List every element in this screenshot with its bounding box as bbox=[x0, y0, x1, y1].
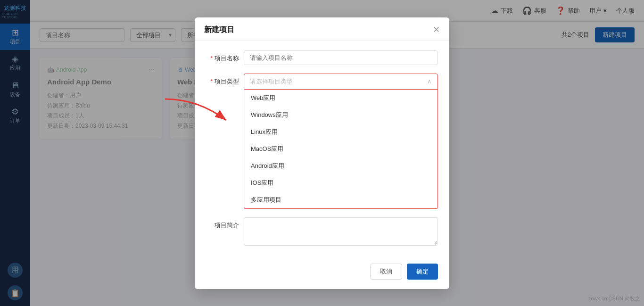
form-control-desc bbox=[244, 217, 438, 248]
type-option-android[interactable]: Android应用 bbox=[244, 157, 438, 174]
watermark: znwx.cn CSDN @牧之 bbox=[588, 295, 640, 302]
type-label-text: 项目类型 bbox=[215, 78, 239, 85]
type-select-trigger[interactable]: 请选择项目类型 ∧ bbox=[244, 74, 438, 90]
cancel-button[interactable]: 取消 bbox=[370, 264, 402, 280]
name-label-text: 项目名称 bbox=[215, 55, 239, 62]
new-project-modal: 新建项目 ✕ 项目名称 项目类型 请选择项目类型 bbox=[195, 17, 449, 289]
form-row-name: 项目名称 bbox=[206, 50, 438, 65]
type-option-multi[interactable]: 多应用项目 bbox=[244, 191, 438, 208]
type-option-web[interactable]: Web应用 bbox=[244, 90, 438, 107]
form-row-type: 项目类型 请选择项目类型 ∧ Web应用 Windows应用 Linux应用 M… bbox=[206, 74, 438, 209]
type-option-ios[interactable]: IOS应用 bbox=[244, 174, 438, 191]
confirm-button[interactable]: 确定 bbox=[407, 264, 438, 280]
modal-header: 新建项目 ✕ bbox=[195, 17, 449, 41]
desc-label-text: 项目简介 bbox=[215, 222, 239, 229]
type-option-macos[interactable]: MacOS应用 bbox=[244, 141, 438, 157]
type-option-windows[interactable]: Windows应用 bbox=[244, 107, 438, 124]
type-dropdown: Web应用 Windows应用 Linux应用 MacOS应用 Android应… bbox=[244, 90, 438, 209]
modal-body: 项目名称 项目类型 请选择项目类型 ∧ Web应用 bbox=[195, 41, 449, 248]
form-control-name bbox=[244, 50, 438, 65]
type-option-linux[interactable]: Linux应用 bbox=[244, 124, 438, 141]
modal-close-button[interactable]: ✕ bbox=[433, 25, 440, 34]
type-placeholder: 请选择项目类型 bbox=[250, 77, 293, 86]
modal-title: 新建项目 bbox=[204, 25, 234, 35]
chevron-up-icon: ∧ bbox=[427, 78, 432, 85]
form-control-type: 请选择项目类型 ∧ Web应用 Windows应用 Linux应用 MacOS应… bbox=[244, 74, 438, 209]
project-name-input[interactable] bbox=[244, 50, 438, 65]
modal-overlay: 新建项目 ✕ 项目名称 项目类型 请选择项目类型 bbox=[0, 0, 644, 306]
modal-footer: 取消 确定 bbox=[195, 256, 449, 289]
form-row-desc: 项目简介 bbox=[206, 217, 438, 248]
form-label-desc: 项目简介 bbox=[206, 217, 244, 230]
form-label-type: 项目类型 bbox=[206, 74, 244, 86]
form-label-name: 项目名称 bbox=[206, 50, 244, 63]
project-desc-input[interactable] bbox=[244, 217, 438, 246]
